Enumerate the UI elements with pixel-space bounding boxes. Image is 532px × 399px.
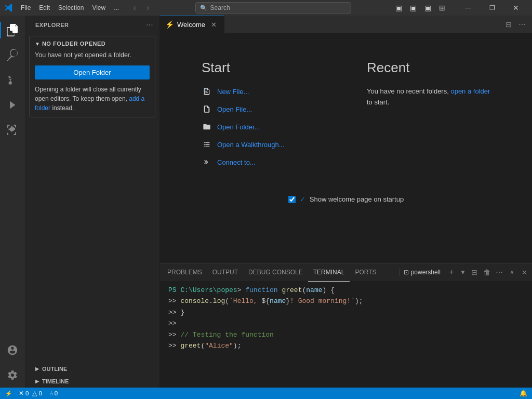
no-folder-message: You have not yet opened a folder. xyxy=(35,51,150,60)
tab-welcome[interactable]: ⚡ Welcome ✕ xyxy=(160,16,224,33)
tab-close-icon[interactable]: ✕ xyxy=(209,20,219,29)
settings-icon xyxy=(7,369,18,381)
warning-icon: △ xyxy=(32,390,37,397)
activity-item-source-control[interactable] xyxy=(0,68,25,92)
outline-chevron-icon: ▶ xyxy=(35,366,39,371)
titlebar-search-box[interactable]: 🔍 Search xyxy=(157,2,389,14)
status-left: ⚡ ✕ 0 △ 0 ⑃ 0 xyxy=(3,390,61,397)
status-bar: ⚡ ✕ 0 △ 0 ⑃ 0 🔔 xyxy=(0,388,532,399)
nav-forward-button[interactable]: › xyxy=(142,2,154,14)
connect-label: Connect to... xyxy=(217,158,256,166)
powershell-icon: ⊡ xyxy=(404,269,409,276)
activity-item-search[interactable] xyxy=(0,43,25,68)
tab-ports[interactable]: PORTS xyxy=(350,263,381,282)
menu-more[interactable]: ... xyxy=(110,3,123,12)
no-folder-content: You have not yet opened a folder. Open F… xyxy=(35,51,150,113)
layout-btn-2[interactable]: ▣ xyxy=(406,2,420,14)
welcome-item-new-file[interactable]: New File... xyxy=(202,86,325,97)
account-icon xyxy=(7,344,18,356)
welcome-item-walkthrough[interactable]: Open a Walkthrough... xyxy=(202,139,325,150)
tab-output[interactable]: OUTPUT xyxy=(207,263,243,282)
terminal-line-5: >> // Testing the function xyxy=(168,329,524,340)
no-folder-header[interactable]: ▼ NO FOLDER OPENED xyxy=(35,41,150,51)
terminal-content[interactable]: PS C:\Users\popes> function greet(name) … xyxy=(160,282,532,388)
notification-bell-button[interactable]: 🔔 xyxy=(517,388,529,399)
recent-message: You have no recent folders, open a folde… xyxy=(367,86,490,108)
show-on-startup-checkbox[interactable] xyxy=(288,196,296,203)
terminal-dropdown-button[interactable]: ▼ xyxy=(458,267,468,278)
status-errors[interactable]: ✕ 0 △ 0 xyxy=(16,390,45,397)
recent-title: Recent xyxy=(367,60,490,76)
connect-icon xyxy=(202,157,212,167)
welcome-item-open-file[interactable]: Open File... xyxy=(202,104,325,114)
welcome-body: Start New File... xyxy=(202,60,490,175)
editor-content: Start New File... xyxy=(160,34,532,388)
bell-icon: 🔔 xyxy=(520,390,527,397)
timeline-chevron-icon: ▶ xyxy=(35,379,39,384)
open-folder-recent-link[interactable]: open a folder xyxy=(450,87,490,95)
new-file-icon xyxy=(202,86,212,97)
walkthrough-icon xyxy=(202,139,212,150)
recent-column: Recent You have no recent folders, open … xyxy=(367,60,490,175)
welcome-item-open-folder[interactable]: Open Folder... xyxy=(202,122,325,132)
terminal-line-2: >> console.log(`Hello, ${name}! Good mor… xyxy=(168,296,524,307)
outline-section[interactable]: ▶ OUTLINE xyxy=(25,363,159,375)
more-actions-tab-button[interactable]: ··· xyxy=(516,19,528,30)
timeline-section[interactable]: ▶ TIMELINE xyxy=(25,375,159,388)
terminal-more-button[interactable]: ··· xyxy=(494,267,505,278)
new-file-label: New File... xyxy=(217,88,249,96)
status-source-control[interactable]: ⑃ 0 xyxy=(46,390,61,396)
tab-bar: ⚡ Welcome ✕ ⊟ ··· xyxy=(160,16,532,34)
open-folder-label: Open Folder... xyxy=(217,123,260,131)
terminal-chevron-up-button[interactable]: ∧ xyxy=(506,267,517,278)
sidebar-more-button[interactable]: ··· xyxy=(144,19,155,31)
warning-count: 0 xyxy=(38,390,42,396)
no-folder-panel: ▼ NO FOLDER OPENED You have not yet open… xyxy=(29,36,155,117)
split-terminal-button[interactable]: ⊟ xyxy=(469,267,480,278)
activity-item-extensions[interactable] xyxy=(0,117,25,142)
terminal-close-button[interactable]: ✕ xyxy=(518,267,530,278)
recent-message-text: You have no recent folders, xyxy=(367,87,449,95)
terminal-line-3: >> } xyxy=(168,307,524,318)
maximize-button[interactable]: ❐ xyxy=(480,0,504,16)
status-vscode-icon[interactable]: ⚡ xyxy=(3,390,15,397)
outline-label: OUTLINE xyxy=(42,366,67,372)
sidebar-header: EXPLORER ··· xyxy=(25,16,159,34)
terminal-tab-bar: PROBLEMS OUTPUT DEBUG CONSOLE TERMINAL P… xyxy=(160,263,532,282)
menu-view[interactable]: View xyxy=(88,3,110,12)
tab-bar-actions: ⊟ ··· xyxy=(499,16,532,33)
layout-btn-1[interactable]: ▣ xyxy=(392,2,405,14)
layout-btn-4[interactable]: ⊞ xyxy=(435,2,449,14)
open-folder-icon xyxy=(202,122,212,132)
search-placeholder: Search xyxy=(210,4,230,11)
open-file-icon xyxy=(202,104,212,114)
menu-edit[interactable]: Edit xyxy=(35,3,54,12)
split-editor-button[interactable]: ⊟ xyxy=(503,19,514,30)
tab-problems[interactable]: PROBLEMS xyxy=(162,263,207,282)
terminal-area: PROBLEMS OUTPUT DEBUG CONSOLE TERMINAL P… xyxy=(160,263,532,388)
branch-icon: ⑃ xyxy=(49,390,53,396)
activity-item-run[interactable] xyxy=(0,92,25,117)
tab-terminal[interactable]: TERMINAL xyxy=(308,263,350,282)
welcome-page: Start New File... xyxy=(160,34,532,263)
start-title: Start xyxy=(202,60,325,76)
welcome-item-connect[interactable]: Connect to... xyxy=(202,157,325,167)
close-button[interactable]: ✕ xyxy=(504,0,528,16)
activity-item-account[interactable] xyxy=(0,338,25,363)
open-file-label: Open File... xyxy=(217,105,252,113)
menu-selection[interactable]: Selection xyxy=(54,3,88,12)
show-on-startup-checkmark-icon: ✓ xyxy=(300,195,305,203)
tab-debug-console[interactable]: DEBUG CONSOLE xyxy=(243,263,308,282)
menu-file[interactable]: File xyxy=(17,3,35,12)
ps-path: PS C:\Users\popes xyxy=(168,286,237,294)
layout-btn-3[interactable]: ▣ xyxy=(421,2,434,14)
activity-item-explorer[interactable] xyxy=(0,18,25,43)
open-folder-button[interactable]: Open Folder xyxy=(35,65,150,79)
nav-back-button[interactable]: ‹ xyxy=(128,2,141,14)
add-terminal-button[interactable]: + xyxy=(446,267,457,278)
minimize-button[interactable]: — xyxy=(456,0,480,16)
activity-item-settings[interactable] xyxy=(0,363,25,388)
folder-warning-text: Opening a folder will close all currentl… xyxy=(35,86,141,102)
kill-terminal-button[interactable]: 🗑 xyxy=(481,267,493,278)
source-control-icon xyxy=(6,74,19,86)
